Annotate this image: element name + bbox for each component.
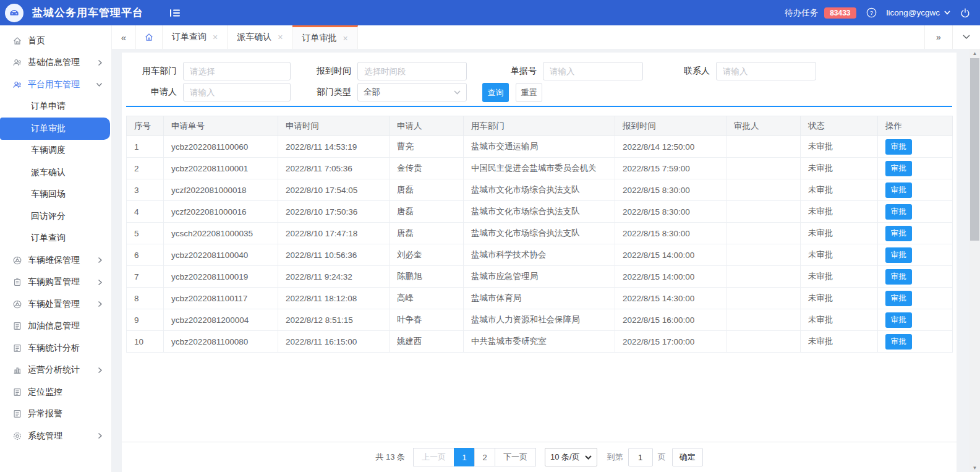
sidebar-item-visit-score[interactable]: 回访评分 — [0, 205, 111, 228]
home-tab[interactable] — [136, 25, 163, 49]
doc-no-input[interactable] — [543, 62, 643, 80]
reset-button[interactable]: 重置 — [516, 83, 542, 102]
contact-input[interactable] — [716, 62, 816, 80]
power-icon[interactable] — [960, 8, 970, 18]
tabs-scroll-left-icon[interactable]: « — [112, 25, 136, 49]
vehicle-stats-icon — [12, 343, 22, 353]
table-row: 8ycbz20220811001172022/8/11 18:12:08高峰盐城… — [127, 288, 953, 309]
approve-button[interactable]: 审批 — [885, 226, 912, 241]
user-name: licong@ycgwc — [887, 8, 940, 17]
table-cell: 3 — [127, 179, 164, 201]
sidebar-item-operation-analysis[interactable]: 运营分析统计 — [0, 359, 111, 382]
approve-button[interactable]: 审批 — [885, 139, 912, 155]
dept-type-select[interactable]: 全部 — [357, 83, 467, 101]
sidebar-item-vehicle-dispatch[interactable]: 车辆调度 — [0, 140, 111, 162]
sidebar-item-vehicle-stats[interactable]: 车辆统计分析 — [0, 337, 111, 359]
sidebar-item-fuel-info[interactable]: 加油信息管理 — [0, 315, 111, 338]
table-row: 2ycbz20220811000012022/8/11 7:05:36金传贵中国… — [127, 158, 953, 179]
vertical-scrollbar[interactable]: ▲ ▼ — [969, 49, 980, 472]
goto-confirm-button[interactable]: 确定 — [672, 448, 703, 466]
table-cell: 2022/8/15 7:59:00 — [615, 158, 726, 179]
table-cell: yczf2022081000016 — [164, 201, 278, 223]
close-icon[interactable]: × — [278, 32, 283, 42]
close-icon[interactable]: × — [343, 33, 347, 43]
help-icon[interactable]: ? — [866, 7, 877, 18]
sidebar-item-maintenance[interactable]: 车辆维保管理 — [0, 249, 111, 272]
sidebar-item-home[interactable]: 首页 — [0, 30, 111, 52]
scroll-up-icon[interactable]: ▲ — [969, 49, 980, 58]
dept-select-input[interactable] — [183, 62, 291, 80]
approve-button[interactable]: 审批 — [885, 182, 912, 198]
sidebar-item-platform-vehicle[interactable]: 平台用车管理 — [0, 74, 111, 96]
table-row: 4yczf20220810000162022/8/10 17:50:36唐磊盐城… — [127, 201, 953, 223]
chevron-down-icon — [96, 82, 103, 87]
applicant-input[interactable] — [183, 83, 291, 101]
scroll-down-icon[interactable]: ▼ — [969, 463, 980, 472]
sidebar-item-order-apply[interactable]: 订单申请 — [0, 96, 111, 118]
filter-contact: 联系人 — [675, 62, 816, 80]
sidebar-item-base-info[interactable]: 基础信息管理 — [0, 52, 111, 74]
sidebar-item-location-monitor[interactable]: 定位监控 — [0, 381, 111, 403]
table-cell: 2022/8/15 8:30:00 — [615, 201, 726, 223]
table-cell: ycbz2022081200004 — [164, 309, 278, 331]
tab-dispatch-confirm[interactable]: 派车确认× — [228, 25, 292, 49]
close-icon[interactable]: × — [213, 32, 218, 42]
sidebar-item-dispatch-confirm[interactable]: 派车确认 — [0, 161, 111, 184]
sidebar-item-order-approval[interactable]: 订单审批 — [0, 118, 110, 140]
approve-button[interactable]: 审批 — [885, 291, 912, 306]
page-number-button[interactable]: 2 — [474, 448, 495, 466]
table-cell: 中共盐城市委研究室 — [464, 331, 615, 353]
table-cell: 2022/8/11 18:12:08 — [278, 288, 390, 309]
page-button-group: 上一页 12 下一页 — [414, 448, 536, 466]
goto-page-input[interactable] — [628, 448, 653, 466]
page-size-select[interactable]: 10 条/页 — [545, 448, 597, 466]
sidebar-item-system[interactable]: 系统管理 — [0, 425, 111, 447]
approve-button[interactable]: 审批 — [885, 161, 912, 176]
table-cell: 2022/8/15 8:30:00 — [615, 223, 726, 244]
user-menu[interactable]: licong@ycgwc — [887, 8, 950, 17]
sidebar-item-abnormal-alarm[interactable]: 异常报警 — [0, 403, 111, 426]
approve-button[interactable]: 审批 — [885, 269, 912, 285]
table-cell: 中国民主促进会盐城市委员会机关 — [464, 158, 615, 179]
page-size-value: 10 条/页 — [550, 452, 580, 463]
menu-fold-icon[interactable] — [169, 8, 181, 18]
table-cell: 2022/8/15 8:30:00 — [615, 179, 726, 201]
approve-button[interactable]: 审批 — [885, 334, 912, 350]
table-cell: 2022/8/15 14:00:00 — [615, 244, 726, 266]
tab-order-query[interactable]: 订单查询× — [163, 25, 228, 49]
sidebar-item-order-query[interactable]: 订单查询 — [0, 228, 111, 250]
table-cell: 2022/8/10 17:54:05 — [278, 179, 390, 201]
report-time-input[interactable] — [357, 62, 467, 80]
table-cell — [726, 201, 801, 223]
pagination: 共 13 条 上一页 12 下一页 10 条/页 到第 页 — [122, 442, 957, 472]
approve-button[interactable]: 审批 — [885, 247, 912, 263]
approve-button[interactable]: 审批 — [885, 312, 912, 328]
table-cell: 2022/8/10 17:50:36 — [278, 201, 390, 223]
prev-page-button[interactable]: 上一页 — [413, 448, 454, 466]
sidebar-item-vehicle-return[interactable]: 车辆回场 — [0, 184, 111, 206]
tab-order-approval[interactable]: 订单审批× — [292, 25, 357, 49]
tabs-scroll-right-icon[interactable]: » — [924, 25, 952, 49]
table-cell: 2022/8/15 16:00:00 — [615, 309, 726, 331]
sidebar-item-disposal[interactable]: 车辆处置管理 — [0, 293, 111, 315]
approve-button[interactable]: 审批 — [885, 204, 912, 220]
location-monitor-icon — [12, 387, 22, 397]
sidebar-item-purchase[interactable]: 车辆购置管理 — [0, 272, 111, 294]
filter-dept-type: 部门类型 全部 — [307, 83, 467, 101]
search-button[interactable]: 查询 — [482, 83, 509, 102]
chevron-right-icon — [98, 301, 103, 307]
next-page-button[interactable]: 下一页 — [495, 448, 536, 466]
page-number-button[interactable]: 1 — [454, 448, 475, 466]
pending-tasks-label[interactable]: 待办任务 — [785, 7, 818, 19]
table-cell: 曹亮 — [390, 136, 464, 158]
chevron-right-icon — [98, 432, 103, 439]
scrollbar-thumb[interactable] — [970, 58, 979, 241]
table-row: 3yczf20220810000182022/8/10 17:54:05唐磊盐城… — [127, 179, 953, 201]
table-cell: 未审批 — [801, 201, 878, 223]
table-cell: 盐城市文化市场综合执法支队 — [464, 223, 615, 244]
tabs-menu-icon[interactable] — [952, 25, 980, 49]
table-cell: ycbz2022081100080 — [164, 331, 278, 353]
table-cell — [726, 158, 801, 179]
top-header: 盐城公务用车管理平台 待办任务 83433 ? licong@ycgwc — [0, 0, 980, 25]
pending-tasks-badge[interactable]: 83433 — [824, 7, 856, 19]
